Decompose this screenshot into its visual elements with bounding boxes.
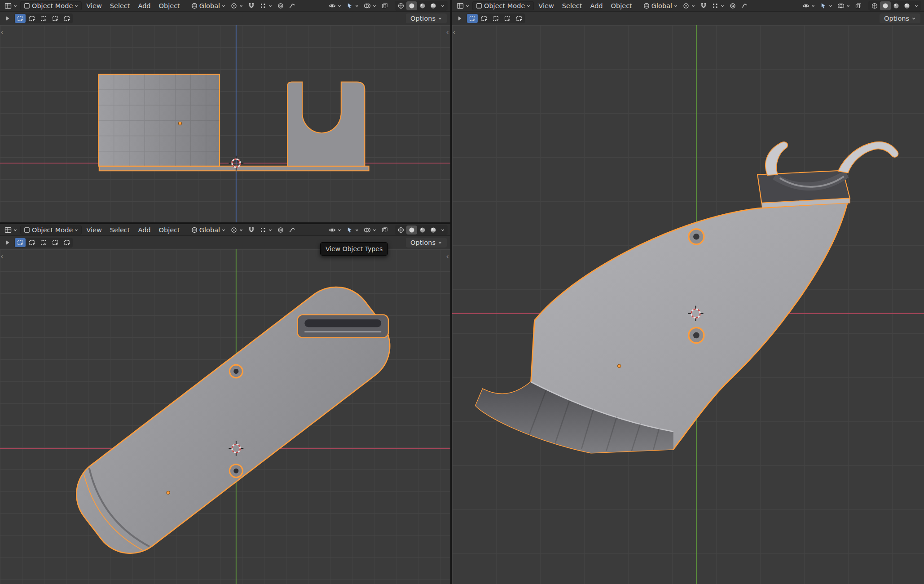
mode-dropdown[interactable]: Object Mode bbox=[20, 226, 82, 234]
shading-dropdown[interactable] bbox=[439, 227, 447, 233]
overlays-dropdown[interactable] bbox=[362, 226, 378, 234]
selected-object-perspective[interactable] bbox=[475, 142, 898, 453]
menu-select[interactable]: Select bbox=[106, 225, 134, 235]
orientation-dropdown[interactable]: Global bbox=[189, 226, 228, 234]
proportional-falloff-dropdown[interactable] bbox=[287, 226, 298, 234]
xray-icon bbox=[381, 2, 388, 9]
tool-settings-expand-button[interactable] bbox=[4, 14, 12, 23]
snap-settings-dropdown[interactable] bbox=[258, 1, 274, 10]
pivot-point-dropdown[interactable] bbox=[681, 1, 697, 10]
menu-object[interactable]: Object bbox=[155, 225, 184, 235]
menu-object[interactable]: Object bbox=[155, 1, 184, 11]
snap-toggle[interactable] bbox=[246, 226, 257, 234]
gizmos-dropdown[interactable] bbox=[344, 226, 361, 234]
orientation-dropdown[interactable]: Global bbox=[189, 1, 228, 10]
shading-wireframe-button[interactable] bbox=[396, 226, 406, 234]
editor-type-button[interactable] bbox=[3, 1, 19, 10]
proportional-falloff-dropdown[interactable] bbox=[739, 1, 750, 10]
select-mode-subtract-button[interactable] bbox=[490, 14, 501, 23]
proportional-editing-toggle[interactable] bbox=[275, 226, 286, 234]
gizmos-dropdown[interactable] bbox=[344, 1, 361, 10]
select-mode-set-button[interactable] bbox=[467, 14, 478, 23]
options-dropdown[interactable]: Options bbox=[406, 238, 447, 248]
shading-material-button[interactable] bbox=[417, 1, 428, 10]
menu-object[interactable]: Object bbox=[607, 1, 636, 11]
menu-select[interactable]: Select bbox=[559, 1, 586, 11]
menu-view[interactable]: View bbox=[535, 1, 557, 11]
shading-wireframe-button[interactable] bbox=[396, 1, 406, 10]
gizmos-dropdown[interactable] bbox=[818, 1, 835, 10]
snap-settings-dropdown[interactable] bbox=[710, 1, 726, 10]
material-preview-icon bbox=[419, 2, 426, 9]
menu-add[interactable]: Add bbox=[135, 225, 154, 235]
select-mode-subtract-button[interactable] bbox=[38, 238, 49, 247]
region-toggle-icon[interactable]: ‹ bbox=[0, 253, 3, 260]
select-mode-extend-button[interactable] bbox=[26, 238, 37, 247]
select-mode-set-button[interactable] bbox=[15, 238, 26, 247]
orientation-dropdown[interactable]: Global bbox=[641, 1, 680, 10]
editor-type-button[interactable] bbox=[3, 226, 19, 234]
shading-wireframe-button[interactable] bbox=[869, 1, 880, 10]
select-mode-extend-button[interactable] bbox=[479, 14, 489, 23]
mode-dropdown[interactable]: Object Mode bbox=[20, 1, 82, 10]
shading-material-button[interactable] bbox=[417, 226, 428, 234]
menu-select[interactable]: Select bbox=[106, 1, 134, 11]
select-mode-intersect-button[interactable] bbox=[514, 14, 524, 23]
pivot-point-dropdown[interactable] bbox=[229, 226, 245, 234]
snap-toggle[interactable] bbox=[246, 1, 257, 10]
snap-toggle[interactable] bbox=[698, 1, 709, 10]
object-types-visibility-dropdown[interactable] bbox=[801, 1, 817, 10]
options-dropdown[interactable]: Options bbox=[880, 13, 920, 23]
viewport-canvas-top[interactable]: ‹ ‹ bbox=[0, 249, 450, 584]
select-mode-set-button[interactable] bbox=[15, 14, 26, 23]
select-mode-invert-button[interactable] bbox=[50, 238, 61, 247]
shading-rendered-button[interactable] bbox=[428, 226, 439, 234]
overlays-dropdown[interactable] bbox=[362, 1, 378, 10]
snap-settings-dropdown[interactable] bbox=[258, 226, 274, 234]
xray-toggle[interactable] bbox=[853, 1, 864, 10]
shading-solid-button[interactable] bbox=[880, 1, 891, 10]
select-mode-subtract-button[interactable] bbox=[38, 14, 49, 23]
proportional-editing-toggle[interactable] bbox=[275, 1, 286, 10]
selected-object-front-view[interactable] bbox=[99, 74, 369, 171]
overlays-dropdown[interactable] bbox=[836, 1, 852, 10]
select-mode-invert-button[interactable] bbox=[50, 14, 61, 23]
viewport-canvas-front[interactable]: ‹ ‹ bbox=[0, 25, 450, 222]
select-mode-extend-button[interactable] bbox=[26, 14, 37, 23]
viewport-canvas-perspective[interactable]: ‹ bbox=[452, 25, 924, 584]
selected-object-top-view[interactable] bbox=[62, 272, 405, 568]
shading-solid-button[interactable] bbox=[406, 226, 417, 234]
mode-dropdown[interactable]: Object Mode bbox=[472, 1, 534, 10]
proportional-editing-toggle[interactable] bbox=[727, 1, 738, 10]
region-toggle-icon[interactable]: ‹ bbox=[453, 29, 455, 36]
shading-solid-button[interactable] bbox=[406, 1, 417, 10]
object-types-visibility-dropdown[interactable] bbox=[327, 1, 343, 10]
shading-material-button[interactable] bbox=[891, 1, 902, 10]
region-toggle-icon[interactable]: ‹ bbox=[446, 29, 449, 36]
options-dropdown[interactable]: Options bbox=[406, 13, 447, 23]
tool-settings-expand-button[interactable] bbox=[456, 14, 464, 23]
shading-dropdown[interactable] bbox=[912, 3, 920, 9]
editor-type-button[interactable] bbox=[455, 1, 471, 10]
menu-add[interactable]: Add bbox=[135, 1, 154, 11]
tool-settings-expand-button[interactable] bbox=[4, 238, 12, 247]
object-types-visibility-dropdown[interactable] bbox=[327, 226, 343, 234]
region-toggle-icon[interactable]: ‹ bbox=[446, 253, 449, 260]
menu-view[interactable]: View bbox=[83, 225, 105, 235]
pivot-point-dropdown[interactable] bbox=[229, 1, 245, 10]
xray-toggle[interactable] bbox=[379, 1, 390, 10]
select-mode-intersect-button[interactable] bbox=[62, 238, 72, 247]
shading-rendered-button[interactable] bbox=[902, 1, 912, 10]
proportional-falloff-dropdown[interactable] bbox=[287, 1, 298, 10]
overlays-icon bbox=[364, 2, 371, 9]
shading-rendered-button[interactable] bbox=[428, 1, 439, 10]
xray-toggle[interactable] bbox=[379, 226, 390, 234]
shading-dropdown[interactable] bbox=[439, 3, 447, 9]
menu-view[interactable]: View bbox=[83, 1, 105, 11]
scene-perspective bbox=[452, 25, 924, 584]
region-toggle-icon[interactable]: ‹ bbox=[0, 29, 3, 36]
select-mode-intersect-button[interactable] bbox=[62, 14, 72, 23]
select-mode-invert-button[interactable] bbox=[502, 14, 513, 23]
menu-add[interactable]: Add bbox=[587, 1, 607, 11]
wireframe-shading-icon bbox=[397, 226, 405, 234]
